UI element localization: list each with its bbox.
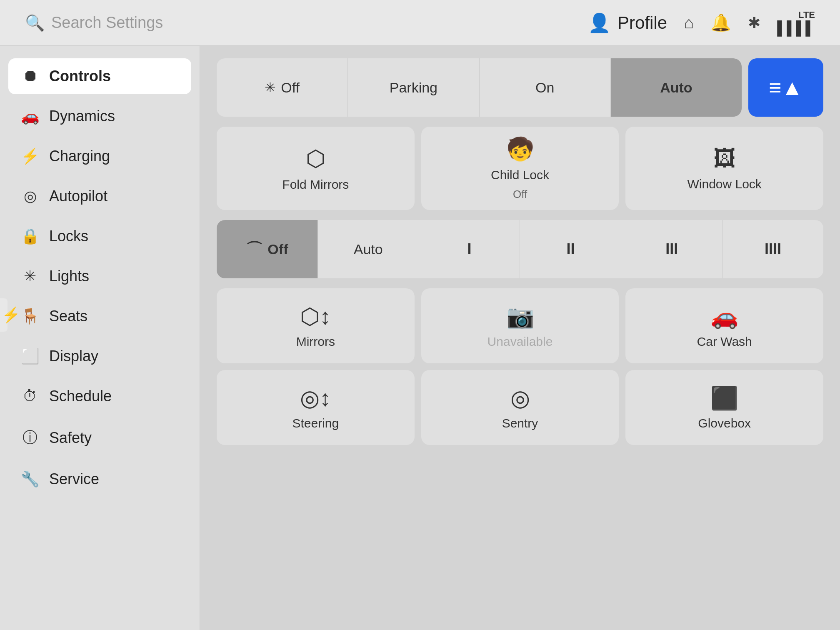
sidebar-label-seats: Seats (49, 308, 88, 325)
schedule-icon: ⏱ (21, 388, 39, 405)
bottom-col-2: 📷 Unavailable ◎ Sentry (421, 288, 619, 445)
search-input[interactable]: Search Settings (51, 14, 163, 32)
wiper-label-speed2: II (566, 240, 575, 258)
carwash-icon: 🚗 (710, 303, 738, 330)
sidebar-item-locks[interactable]: 🔒 Locks (8, 218, 191, 254)
sun-icon: ✳ (265, 80, 276, 95)
bottom-col-3: 🚗 Car Wash ⬛ Glovebox (625, 288, 823, 445)
bell-icon[interactable]: 🔔 (710, 13, 731, 32)
sidebar-item-schedule[interactable]: ⏱ Schedule (8, 378, 191, 414)
steering-label: Steering (292, 416, 339, 430)
autopilot-icon: ◎ (21, 188, 39, 205)
light-btn-off[interactable]: ✳ Off (217, 58, 348, 117)
light-label-auto: Auto (660, 80, 692, 96)
glovebox-card[interactable]: ⬛ Glovebox (625, 370, 823, 445)
light-label-parking: Parking (390, 80, 438, 96)
wiper-label-speed4: IIII (765, 240, 781, 258)
profile-label: Profile (618, 13, 667, 33)
lights-control-group: ✳ Off Parking On Auto (217, 58, 742, 117)
sidebar: ⏺ Controls 🚗 Dynamics ⚡ Charging ◎ Autop… (0, 46, 200, 630)
signal-icon: ▌▌▌▌ (777, 20, 815, 36)
child-lock-card[interactable]: 🧒 Child Lock Off (421, 127, 619, 210)
sidebar-label-controls: Controls (49, 68, 111, 85)
fold-mirrors-card[interactable]: ⬡ Fold Mirrors (217, 127, 415, 210)
wiper-btn-speed1[interactable]: I (419, 220, 520, 278)
steering-icon: ◎↕ (300, 385, 331, 411)
window-lock-icon: 🖼 (713, 145, 736, 171)
mirrors-card[interactable]: ⬡↕ Mirrors (217, 288, 415, 363)
content-area: ✳ Off Parking On Auto ≡▲ ⬡ Fo (200, 46, 840, 630)
bottom-controls-row: ⬡↕ Mirrors ◎↕ Steering 📷 Unavailable ◎ S… (217, 288, 823, 445)
sidebar-label-lights: Lights (49, 268, 89, 285)
glovebox-label: Glovebox (698, 416, 751, 430)
light-btn-parking[interactable]: Parking (348, 58, 479, 117)
sidebar-label-charging: Charging (49, 148, 110, 165)
display-icon: ⬜ (21, 348, 39, 365)
child-lock-sublabel: Off (513, 188, 527, 201)
wiper-icon: ⌒ (246, 238, 262, 261)
sidebar-item-dynamics[interactable]: 🚗 Dynamics (8, 98, 191, 134)
sidebar-item-service[interactable]: 🔧 Service (8, 461, 191, 497)
mirror-lock-row: ⬡ Fold Mirrors 🧒 Child Lock Off 🖼 Window… (217, 127, 823, 210)
main-layout: ⏺ Controls 🚗 Dynamics ⚡ Charging ◎ Autop… (0, 46, 840, 630)
sidebar-label-safety: Safety (49, 429, 92, 447)
wiper-btn-speed2[interactable]: II (520, 220, 621, 278)
seats-icon: 🪑 (21, 308, 39, 325)
wiper-label-off: Off (268, 241, 288, 258)
bluetooth-icon[interactable]: ✱ (748, 14, 760, 32)
sidebar-label-schedule: Schedule (49, 388, 112, 405)
profile-icon: 👤 (588, 12, 611, 34)
lte-signal: LTE ▌▌▌▌ (777, 10, 815, 36)
search-area[interactable]: 🔍 Search Settings (25, 14, 588, 32)
sidebar-item-autopilot[interactable]: ◎ Autopilot (8, 178, 191, 214)
wiper-label-speed3: III (665, 240, 678, 258)
lights-icon: ✳ (21, 268, 39, 285)
window-lock-card[interactable]: 🖼 Window Lock (625, 127, 823, 210)
sidebar-item-lights[interactable]: ✳ Lights (8, 258, 191, 294)
sidebar-label-locks: Locks (49, 228, 88, 245)
lightning-icon: ⚡ (2, 306, 20, 324)
sentry-label: Sentry (502, 416, 538, 430)
bottom-col-1: ⬡↕ Mirrors ◎↕ Steering (217, 288, 415, 445)
wiper-label-auto: Auto (354, 241, 383, 258)
unavailable-label: Unavailable (488, 335, 553, 349)
wiper-btn-auto[interactable]: Auto (318, 220, 419, 278)
dynamics-icon: 🚗 (21, 108, 39, 125)
profile-area[interactable]: 👤 Profile (588, 12, 667, 34)
sidebar-label-service: Service (49, 470, 99, 488)
safety-icon: ⓘ (21, 428, 39, 448)
child-lock-label: Child Lock (491, 168, 549, 182)
autopilot-hud-button[interactable]: ≡▲ (748, 58, 823, 117)
sidebar-item-display[interactable]: ⬜ Display (8, 338, 191, 374)
light-btn-auto[interactable]: Auto (611, 58, 742, 117)
light-btn-on[interactable]: On (480, 58, 611, 117)
lte-label: LTE (798, 10, 815, 20)
child-lock-icon: 🧒 (506, 136, 534, 162)
wiper-btn-speed3[interactable]: III (621, 220, 722, 278)
carwash-card[interactable]: 🚗 Car Wash (625, 288, 823, 363)
light-label-on: On (535, 80, 554, 96)
camera-icon: 📷 (506, 303, 534, 330)
light-label-off: Off (281, 80, 300, 96)
sentry-card[interactable]: ◎ Sentry (421, 370, 619, 445)
sidebar-item-controls[interactable]: ⏺ Controls (8, 58, 191, 94)
wiper-btn-speed4[interactable]: IIII (722, 220, 823, 278)
header: 🔍 Search Settings 👤 Profile ⌂ 🔔 ✱ LTE ▌▌… (0, 0, 840, 46)
header-right: 👤 Profile ⌂ 🔔 ✱ LTE ▌▌▌▌ (588, 10, 815, 36)
sentry-icon: ◎ (510, 385, 530, 411)
wiper-label-speed1: I (468, 240, 472, 258)
controls-icon: ⏺ (21, 68, 39, 85)
wiper-btn-off[interactable]: ⌒ Off (217, 220, 318, 278)
window-lock-label: Window Lock (687, 177, 761, 191)
carwash-label: Car Wash (697, 335, 752, 349)
sidebar-item-charging[interactable]: ⚡ Charging (8, 138, 191, 174)
sidebar-item-seats[interactable]: 🪑 Seats (8, 298, 191, 334)
unavailable-card: 📷 Unavailable (421, 288, 619, 363)
sidebar-label-dynamics: Dynamics (49, 108, 115, 125)
sidebar-label-display: Display (49, 348, 98, 365)
sidebar-item-safety[interactable]: ⓘ Safety (8, 418, 191, 457)
steering-card[interactable]: ◎↕ Steering (217, 370, 415, 445)
home-icon[interactable]: ⌂ (684, 13, 694, 32)
mirrors-label: Mirrors (296, 335, 335, 349)
fold-mirrors-icon: ⬡ (306, 145, 325, 172)
